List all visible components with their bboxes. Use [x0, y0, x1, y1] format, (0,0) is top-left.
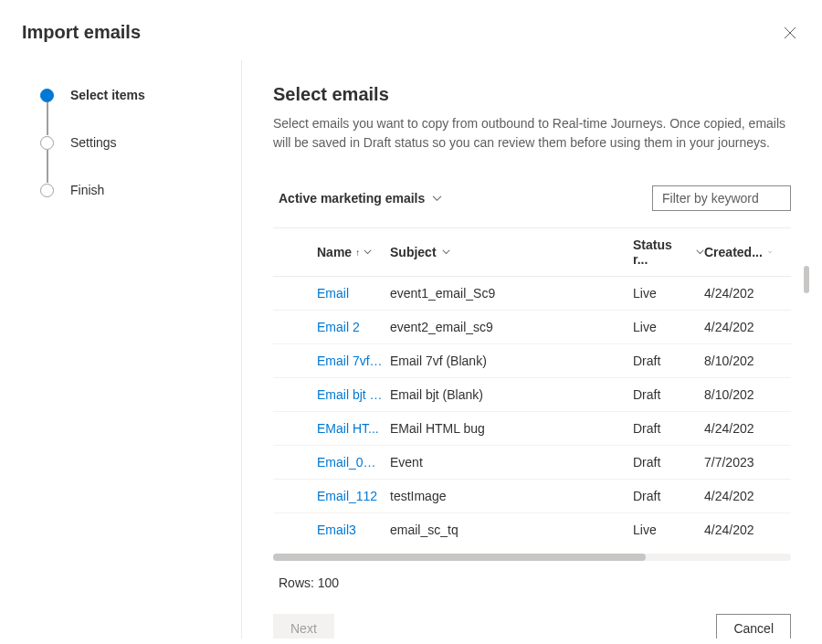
sort-ascending-icon: ↑ — [355, 248, 360, 258]
step-indicator-icon — [40, 184, 54, 197]
column-header-subject[interactable]: Subject — [390, 238, 633, 267]
main-content: Select emails Select emails you want to … — [242, 60, 822, 639]
email-status: Draft — [633, 421, 704, 436]
dialog-title: Import emails — [22, 22, 141, 43]
table-row[interactable]: Email3 email_sc_tq Live 4/24/202 — [273, 513, 791, 546]
email-created: 8/10/202 — [704, 354, 772, 368]
horizontal-scrollbar-track[interactable] — [273, 554, 791, 561]
email-created: 7/7/2023 — [704, 455, 772, 470]
page-title: Select emails — [273, 84, 791, 105]
vertical-scrollbar[interactable] — [804, 266, 809, 293]
email-subject: event1_email_Sc9 — [390, 286, 633, 301]
view-selector-dropdown[interactable]: Active marketing emails — [279, 191, 442, 206]
filter-input[interactable] — [652, 185, 791, 211]
email-created: 4/24/202 — [704, 421, 772, 436]
table-row[interactable]: Email_0707 Event Draft 7/7/2023 — [273, 446, 791, 480]
step-connector — [47, 150, 48, 183]
chevron-down-icon — [432, 195, 442, 202]
email-subject: EMail HTML bug — [390, 421, 633, 436]
step-label: Select items — [70, 88, 145, 102]
email-created: 4/24/202 — [704, 286, 772, 301]
email-created: 8/10/202 — [704, 387, 772, 402]
chevron-down-icon — [442, 249, 450, 255]
table-toolbar: Active marketing emails — [273, 185, 791, 211]
dialog-footer: Next Cancel — [273, 590, 791, 639]
emails-table: Name ↑ Subject Status r... Created... — [273, 227, 791, 590]
email-created: 4/24/202 — [704, 320, 772, 334]
wizard-step-select-items[interactable]: Select items — [40, 88, 219, 102]
email-name-link[interactable]: Email — [310, 286, 390, 301]
email-created: 4/24/202 — [704, 523, 772, 537]
email-status: Draft — [633, 387, 704, 402]
step-label: Finish — [70, 183, 104, 197]
email-subject: Email bjt (Blank) — [390, 387, 633, 402]
rows-count-label: Rows: 100 — [273, 575, 791, 590]
table-row[interactable]: Email_112 testImage Draft 4/24/202 — [273, 480, 791, 513]
email-status: Live — [633, 320, 704, 334]
step-connector — [47, 102, 48, 135]
email-status: Draft — [633, 455, 704, 470]
horizontal-scrollbar-thumb[interactable] — [273, 554, 646, 561]
email-name-link[interactable]: Email_112 — [310, 489, 390, 503]
email-name-link[interactable]: Email3 — [310, 523, 390, 537]
chevron-down-icon — [696, 249, 704, 255]
column-header-name[interactable]: Name ↑ — [310, 238, 390, 267]
email-name-link[interactable]: Email bjt (... — [310, 387, 390, 402]
page-description: Select emails you want to copy from outb… — [273, 114, 791, 153]
table-row[interactable]: EMail HT... EMail HTML bug Draft 4/24/20… — [273, 412, 791, 446]
email-name-link[interactable]: Email 7vf ... — [310, 354, 390, 368]
email-status: Draft — [633, 354, 704, 368]
email-status: Draft — [633, 489, 704, 503]
table-row[interactable]: Email 2 event2_email_sc9 Live 4/24/202 — [273, 311, 791, 344]
step-indicator-icon — [40, 136, 54, 150]
table-header-row: Name ↑ Subject Status r... Created... — [273, 227, 791, 277]
email-subject: email_sc_tq — [390, 523, 633, 537]
next-button[interactable]: Next — [273, 614, 334, 639]
email-status: Live — [633, 523, 704, 537]
email-subject: Event — [390, 455, 633, 470]
table-row[interactable]: Email event1_email_Sc9 Live 4/24/202 — [273, 277, 791, 311]
dialog-header: Import emails — [0, 0, 822, 60]
wizard-steps-sidebar: Select items Settings Finish — [0, 60, 242, 639]
table-body: Email event1_email_Sc9 Live 4/24/202 Ema… — [273, 277, 791, 546]
email-name-link[interactable]: Email 2 — [310, 320, 390, 334]
chevron-down-icon — [768, 249, 772, 255]
column-header-status[interactable]: Status r... — [633, 238, 704, 267]
email-subject: Email 7vf (Blank) — [390, 354, 633, 368]
step-label: Settings — [70, 135, 117, 150]
email-name-link[interactable]: Email_0707 — [310, 455, 390, 470]
email-created: 4/24/202 — [704, 489, 772, 503]
wizard-step-settings[interactable]: Settings — [40, 135, 219, 150]
table-row[interactable]: Email bjt (... Email bjt (Blank) Draft 8… — [273, 378, 791, 412]
cancel-button[interactable]: Cancel — [716, 614, 791, 639]
email-subject: event2_email_sc9 — [390, 320, 633, 334]
email-subject: testImage — [390, 489, 633, 503]
chevron-down-icon — [364, 249, 372, 255]
wizard-step-finish[interactable]: Finish — [40, 183, 219, 197]
email-name-link[interactable]: EMail HT... — [310, 421, 390, 436]
close-icon — [784, 26, 796, 39]
close-button[interactable] — [780, 22, 800, 46]
table-row[interactable]: Email 7vf ... Email 7vf (Blank) Draft 8/… — [273, 344, 791, 378]
view-selector-label: Active marketing emails — [279, 191, 425, 206]
email-status: Live — [633, 286, 704, 301]
step-indicator-icon — [40, 89, 54, 102]
column-header-created[interactable]: Created... — [704, 238, 772, 267]
